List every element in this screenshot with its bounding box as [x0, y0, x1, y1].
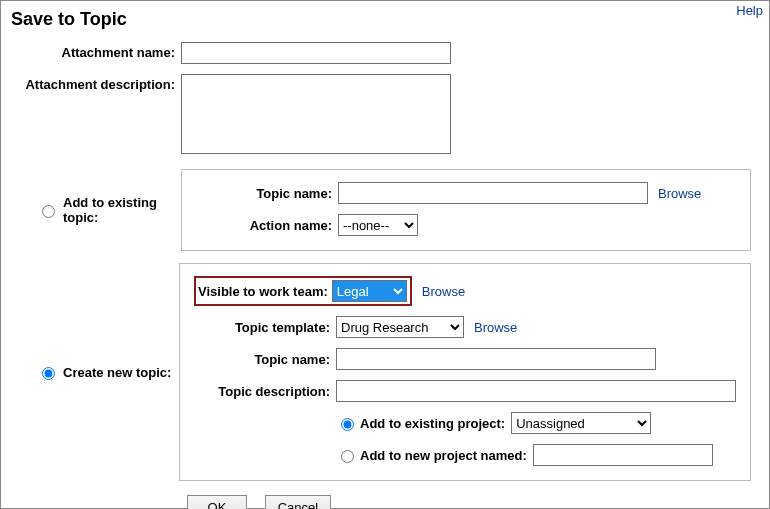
add-to-existing-topic-radio[interactable]	[42, 205, 55, 218]
add-to-new-project-radio[interactable]	[341, 450, 354, 463]
existing-project-select[interactable]: Unassigned	[511, 412, 651, 434]
visible-to-work-team-label: Visible to work team:	[198, 284, 332, 299]
topic-description-label: Topic description:	[194, 384, 336, 399]
visible-browse-link[interactable]: Browse	[422, 284, 465, 299]
ok-button[interactable]: OK	[187, 495, 247, 509]
add-to-existing-topic-label: Add to existing topic:	[63, 195, 181, 225]
template-browse-link[interactable]: Browse	[474, 320, 517, 335]
attachment-name-input[interactable]	[181, 42, 451, 64]
create-new-topic-label: Create new topic:	[63, 365, 171, 380]
new-topic-name-label: Topic name:	[194, 352, 336, 367]
existing-topic-name-label: Topic name:	[196, 186, 338, 201]
topic-description-input[interactable]	[336, 380, 736, 402]
visible-to-work-team-select[interactable]: Legal	[332, 280, 407, 302]
create-new-topic-radio[interactable]	[42, 367, 55, 380]
existing-topic-panel: Topic name: Browse Action name: --none--	[181, 169, 751, 251]
cancel-button[interactable]: Cancel	[265, 495, 331, 509]
action-name-label: Action name:	[196, 218, 338, 233]
topic-template-label: Topic template:	[194, 320, 336, 335]
attachment-description-label: Attachment description:	[11, 74, 181, 92]
new-topic-name-input[interactable]	[336, 348, 656, 370]
new-project-name-input[interactable]	[533, 444, 713, 466]
existing-topic-name-input[interactable]	[338, 182, 648, 204]
dialog-title: Save to Topic	[11, 9, 759, 30]
save-to-topic-dialog: Help Save to Topic Attachment name: Atta…	[0, 0, 770, 509]
add-to-new-project-label: Add to new project named:	[360, 448, 527, 463]
visible-to-work-team-highlight: Visible to work team: Legal	[194, 276, 412, 306]
add-to-existing-project-label: Add to existing project:	[360, 416, 505, 431]
help-link[interactable]: Help	[736, 3, 763, 18]
action-name-select[interactable]: --none--	[338, 214, 418, 236]
attachment-description-textarea[interactable]	[181, 74, 451, 154]
topic-template-select[interactable]: Drug Research	[336, 316, 464, 338]
existing-topic-browse-link[interactable]: Browse	[658, 186, 701, 201]
add-to-existing-project-radio[interactable]	[341, 418, 354, 431]
create-topic-panel: Visible to work team: Legal Browse Topic…	[179, 263, 751, 481]
attachment-name-label: Attachment name:	[11, 42, 181, 60]
